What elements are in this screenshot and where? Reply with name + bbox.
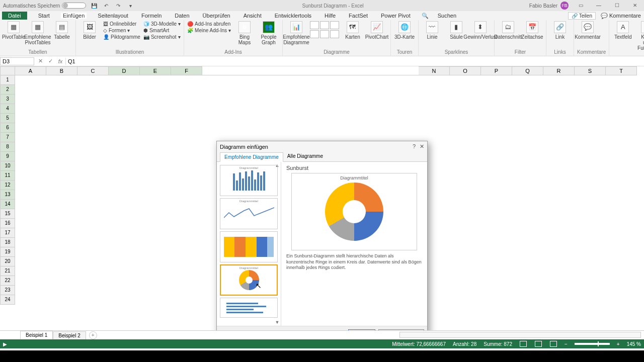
thumb-treemap[interactable] <box>220 231 278 262</box>
minimize-icon[interactable]: — <box>590 0 608 11</box>
tab-powerpivot[interactable]: Power Pivot <box>379 13 413 19</box>
row-5[interactable]: 5 <box>0 114 15 123</box>
view-pagebreak-icon[interactable] <box>550 341 557 347</box>
col-C[interactable]: C <box>77 66 109 75</box>
tab-daten[interactable]: Daten <box>173 13 191 19</box>
zoom-slider[interactable] <box>575 343 610 345</box>
redo-icon[interactable]: ↷ <box>114 2 122 10</box>
tab-factset[interactable]: FactSet <box>347 13 370 19</box>
formen-button[interactable]: ◇ Formen ▾ <box>103 28 140 33</box>
row-21[interactable]: 21 <box>0 266 15 276</box>
fx-icon[interactable]: fx <box>55 58 65 64</box>
row-7[interactable]: 7 <box>0 133 15 142</box>
row-11[interactable]: 11 <box>0 171 15 180</box>
maximize-icon[interactable]: ☐ <box>608 0 626 11</box>
tab-seitenlayout[interactable]: Seitenlayout <box>96 13 130 19</box>
kopf-fuss-button[interactable]: ▤Kopf- und Fußzeile <box>636 21 644 51</box>
bilder-button[interactable]: 🖼Bilder <box>79 21 100 40</box>
link-button[interactable]: 🔗Link <box>549 21 571 40</box>
row-13[interactable]: 13 <box>0 190 15 200</box>
row-15[interactable]: 15 <box>0 209 15 219</box>
3dmodels-button[interactable]: 🧊 3D-Modelle ▾ <box>143 21 181 27</box>
row-12[interactable]: 12 <box>0 180 15 190</box>
zoom-in-icon[interactable]: + <box>617 341 620 347</box>
row-10[interactable]: 10 <box>0 161 15 171</box>
row-1[interactable]: 1 <box>0 75 15 85</box>
col-S[interactable]: S <box>575 66 606 75</box>
cancel-fx-icon[interactable]: ✕ <box>35 58 45 64</box>
row-4[interactable]: 4 <box>0 104 15 114</box>
row-6[interactable]: 6 <box>0 123 15 133</box>
worksheet-grid[interactable]: A B C D E F N O P Q R S T 12345678910111… <box>0 66 644 330</box>
row-17[interactable]: 17 <box>0 228 15 238</box>
comments-button[interactable]: 💬 Kommentare <box>601 13 641 19</box>
save-icon[interactable]: 💾 <box>90 2 98 10</box>
row-9[interactable]: 9 <box>0 152 15 161</box>
enter-fx-icon[interactable]: ✓ <box>45 58 55 64</box>
row-19[interactable]: 19 <box>0 247 15 257</box>
timeline-button[interactable]: 📅Zeitachse <box>522 21 543 40</box>
select-all-corner[interactable] <box>0 66 15 75</box>
autosave-toggle[interactable] <box>62 3 86 9</box>
dialog-close-icon[interactable]: ✕ <box>420 143 424 150</box>
col-P[interactable]: P <box>481 66 512 75</box>
dialog-tab-all[interactable]: Alle Diagramme <box>283 152 327 161</box>
pivotchart-button[interactable]: 📈PivotChart <box>366 21 387 40</box>
slicer-button[interactable]: 🗂Datenschnitt <box>498 21 519 40</box>
col-A[interactable]: A <box>15 66 46 75</box>
tab-hilfe[interactable]: Hilfe <box>323 13 338 19</box>
horizontal-scrollbar[interactable] <box>399 332 641 338</box>
name-box[interactable]: D3 <box>0 57 34 65</box>
kommentar-button[interactable]: 💬Kommentar <box>577 21 598 40</box>
textfeld-button[interactable]: ATextfeld <box>612 21 633 40</box>
col-N[interactable]: N <box>419 66 450 75</box>
tab-einfuegen[interactable]: Einfügen <box>61 13 87 19</box>
col-D[interactable]: D <box>109 66 140 75</box>
share-button[interactable]: 🔗 Teilen <box>568 12 596 20</box>
smartart-button[interactable]: ⬢ SmartArt <box>143 28 181 33</box>
col-R[interactable]: R <box>543 66 575 75</box>
row-23[interactable]: 23 <box>0 286 15 295</box>
formula-input[interactable]: Q1 <box>65 58 644 65</box>
zoom-out-icon[interactable]: − <box>565 341 568 347</box>
maps-button[interactable]: 🗺Karten <box>342 21 363 40</box>
get-addins-button[interactable]: 🔴 Add-Ins abrufen <box>187 21 231 27</box>
col-E[interactable]: E <box>140 66 171 75</box>
tab-formeln[interactable]: Formeln <box>139 13 164 19</box>
sparkline-winloss-button[interactable]: ⬍Gewinn/Verlust <box>470 21 491 40</box>
chart-gallery[interactable] <box>310 21 339 38</box>
row-8[interactable]: 8 <box>0 142 15 152</box>
onlinebilder-button[interactable]: 🖼 Onlinebilder <box>103 21 140 27</box>
row-22[interactable]: 22 <box>0 276 15 286</box>
screenshot-button[interactable]: 📷 Screenshot ▾ <box>143 34 181 40</box>
sheet-beispiel1[interactable]: Beispiel 1 <box>20 331 53 339</box>
pivottable-button[interactable]: ▦PivotTable <box>3 21 24 40</box>
col-B[interactable]: B <box>46 66 77 75</box>
sheet-beispiel2[interactable]: Beispiel 2 <box>53 331 86 339</box>
row-14[interactable]: 14 <box>0 200 15 209</box>
tab-entwicklertools[interactable]: Entwicklertools <box>273 13 313 19</box>
thumb-clustered-column[interactable]: Diagrammtitel <box>220 165 278 196</box>
zoom-level[interactable]: 145 % <box>627 341 641 347</box>
bing-maps-button[interactable]: bBing Maps <box>234 21 255 45</box>
col-Q[interactable]: Q <box>512 66 543 75</box>
recommended-charts-button[interactable]: 📊Empfohlene Diagramme <box>286 21 307 45</box>
thumb-bar[interactable] <box>220 298 278 318</box>
row-3[interactable]: 3 <box>0 95 15 104</box>
piktogramme-button[interactable]: 👤 Piktogramme <box>103 34 140 40</box>
3dmap-button[interactable]: 🌐3D-Karte <box>394 21 415 40</box>
customize-qa-icon[interactable]: ▾ <box>126 2 134 10</box>
close-icon[interactable]: ✕ <box>626 0 644 11</box>
col-T[interactable]: T <box>606 66 637 75</box>
thumb-sunburst[interactable]: Diagrammtitel <box>220 264 278 296</box>
dialog-help-icon[interactable]: ? <box>413 143 416 150</box>
people-graph-button[interactable]: 👥People Graph <box>258 21 279 45</box>
sparkline-line-button[interactable]: 〰Linie <box>422 21 443 40</box>
ribbon-options-icon[interactable]: ▭ <box>572 0 590 11</box>
table-button[interactable]: ▤Tabelle <box>51 21 72 40</box>
row-24[interactable]: 24 <box>0 295 15 305</box>
recommended-pivot-button[interactable]: ▦Empfohlene PivotTables <box>27 21 48 45</box>
user-avatar[interactable]: FB <box>560 2 569 10</box>
search-label[interactable]: Suchen <box>438 13 456 19</box>
row-20[interactable]: 20 <box>0 257 15 266</box>
